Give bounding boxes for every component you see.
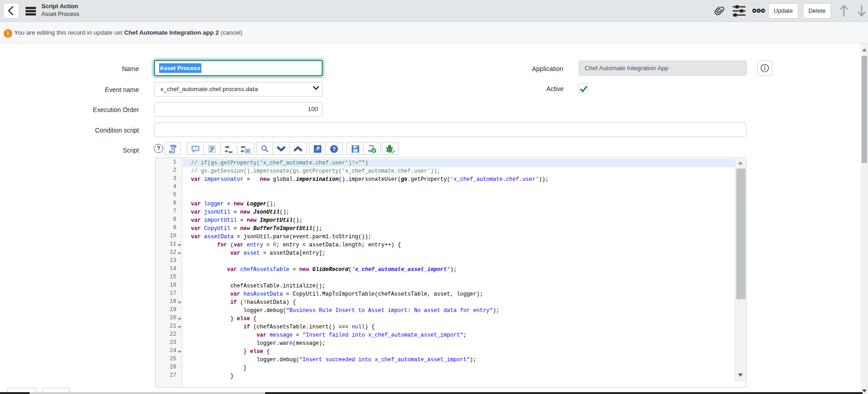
svg-text:ac: ac — [229, 150, 233, 154]
svg-text:ab: ab — [241, 145, 245, 149]
svg-text:ab: ab — [225, 145, 229, 149]
svg-text:?: ? — [333, 146, 336, 152]
